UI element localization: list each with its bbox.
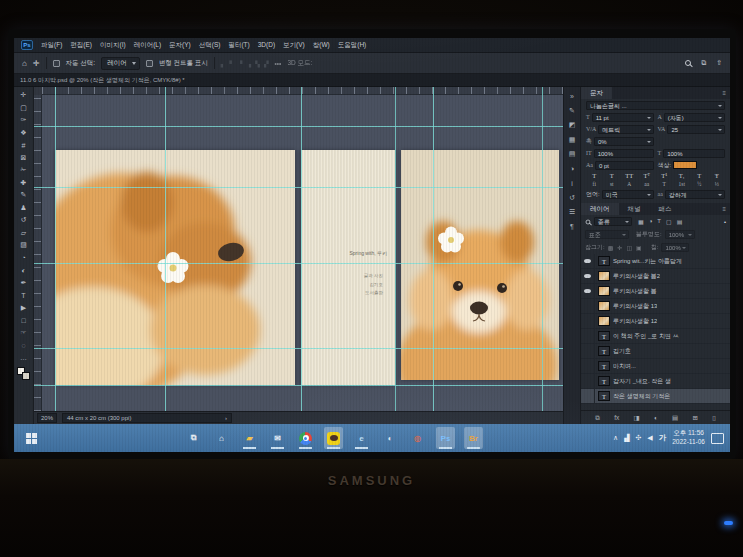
align-icon[interactable]: ▝ bbox=[238, 60, 243, 67]
link-layers-icon[interactable]: ⧉ bbox=[595, 414, 600, 422]
chrome-icon[interactable] bbox=[296, 427, 315, 449]
home-icon[interactable]: ⌂ bbox=[22, 59, 27, 68]
internet-explorer-icon[interactable]: e bbox=[352, 427, 371, 449]
font-size-field[interactable]: 11 pt bbox=[592, 113, 654, 122]
brush-tool-icon[interactable]: ✎ bbox=[16, 189, 32, 202]
dodge-tool-icon[interactable]: ◐ bbox=[16, 264, 32, 277]
ime-indicator[interactable]: 가 bbox=[659, 433, 667, 443]
brushes-panel-icon[interactable]: ✎ bbox=[569, 104, 575, 119]
info-panel-icon[interactable]: i bbox=[571, 176, 573, 191]
tab-layers[interactable]: 레이어 bbox=[581, 203, 619, 215]
tray-chevron-icon[interactable]: ∧ bbox=[613, 434, 618, 442]
layer-row[interactable]: T Spring wit...키는 아름답게 bbox=[581, 254, 730, 269]
menu-item[interactable]: 이미지(I) bbox=[100, 41, 126, 50]
type-filter-icon[interactable]: T bbox=[657, 218, 661, 225]
kakaotalk-icon[interactable] bbox=[324, 427, 343, 449]
document-tab[interactable]: 11.0 6 마지막.psd @ 20% (작은 생명체의 기적은, CMYK/… bbox=[14, 74, 730, 87]
layer-row[interactable]: T 작은 생명체의 기적은 bbox=[581, 389, 730, 404]
layer-group-icon[interactable]: ▤ bbox=[672, 414, 678, 422]
crop-tool-icon[interactable]: # bbox=[16, 139, 32, 152]
zoom-tool-icon[interactable]: ◌ bbox=[16, 339, 32, 352]
auto-select-dropdown[interactable]: 레이어 bbox=[101, 57, 140, 70]
menu-item[interactable]: 파일(F) bbox=[41, 41, 62, 50]
frame-tool-icon[interactable]: ⊠ bbox=[16, 152, 32, 165]
text-color-swatch[interactable] bbox=[673, 161, 697, 169]
align-icon[interactable]: ▖ bbox=[221, 60, 226, 67]
tab-paths[interactable]: 패스 bbox=[650, 203, 681, 215]
bridge-icon[interactable]: Br bbox=[464, 427, 483, 449]
guide[interactable] bbox=[55, 87, 56, 411]
opentype-button[interactable]: aa bbox=[639, 181, 656, 187]
swatches-panel-icon[interactable]: ▦ bbox=[569, 133, 576, 148]
guide[interactable] bbox=[542, 87, 543, 411]
marquee-tool-icon[interactable]: ▢ bbox=[16, 102, 32, 115]
guide[interactable] bbox=[34, 385, 563, 386]
guide[interactable] bbox=[34, 187, 563, 188]
share-icon[interactable]: ⇧ bbox=[716, 59, 722, 67]
search-icon[interactable] bbox=[685, 60, 691, 66]
collapse-panels-icon[interactable]: » bbox=[570, 89, 574, 104]
visibility-toggle[interactable] bbox=[581, 314, 595, 328]
menu-item[interactable]: 보기(V) bbox=[283, 41, 305, 50]
document-info-field[interactable]: 44 cm x 20 cm (300 ppi) › bbox=[62, 413, 232, 423]
tab-character[interactable]: 문자 bbox=[581, 87, 612, 99]
background-color-swatch[interactable] bbox=[22, 372, 30, 380]
smart-object-filter-icon[interactable]: ▤ bbox=[677, 218, 683, 225]
task-view-icon[interactable]: ⧉ bbox=[184, 427, 203, 449]
healing-brush-tool-icon[interactable]: ✚ bbox=[16, 177, 32, 190]
new-layer-icon[interactable]: ⊞ bbox=[692, 414, 697, 422]
lock-icon[interactable]: ▩ bbox=[608, 244, 614, 251]
history-panel-icon[interactable]: ↺ bbox=[569, 191, 575, 206]
leading-field[interactable]: (자동) bbox=[664, 113, 725, 122]
eyedropper-tool-icon[interactable]: ✁ bbox=[16, 164, 32, 177]
menu-item[interactable]: 편집(E) bbox=[70, 41, 92, 50]
text-style-button[interactable]: TT bbox=[621, 172, 638, 179]
properties-panel-icon[interactable]: ☰ bbox=[569, 205, 575, 220]
path-select-tool-icon[interactable]: ▶ bbox=[16, 302, 32, 315]
whale-browser-icon[interactable]: ◖ bbox=[380, 427, 399, 449]
opacity-field[interactable]: 100% bbox=[665, 230, 695, 239]
panel-menu-icon[interactable]: ≡ bbox=[718, 87, 730, 99]
layer-row[interactable]: 루키의사생활 12 bbox=[581, 314, 730, 329]
layer-row[interactable]: T 이 책의 주인 _로 치면 ㅆ bbox=[581, 329, 730, 344]
font-family-dropdown[interactable]: 나눔손글씨 ... bbox=[586, 101, 725, 110]
delete-layer-icon[interactable]: ▯ bbox=[712, 414, 716, 422]
text-style-button[interactable]: Tᵀ bbox=[639, 172, 656, 179]
menu-item[interactable]: 3D(D) bbox=[258, 41, 275, 50]
tsume-field[interactable]: 0% bbox=[594, 137, 654, 146]
settings-tray-icon[interactable]: ✣ bbox=[635, 434, 641, 442]
visibility-toggle[interactable] bbox=[581, 254, 595, 268]
visibility-toggle[interactable] bbox=[581, 329, 595, 343]
visibility-toggle[interactable] bbox=[581, 359, 595, 373]
swirl-app-icon[interactable]: ◎ bbox=[408, 427, 427, 449]
layers-panel-menu-icon[interactable]: ≡ bbox=[718, 203, 730, 215]
text-style-button[interactable]: T₁ bbox=[674, 172, 691, 179]
antialias-dropdown[interactable]: 강하게 bbox=[665, 190, 725, 199]
action-center-icon[interactable] bbox=[711, 433, 724, 444]
guide[interactable] bbox=[34, 348, 563, 349]
lasso-tool-icon[interactable]: ✑ bbox=[16, 114, 32, 127]
auto-select-checkbox[interactable] bbox=[53, 60, 60, 67]
shape-tool-icon[interactable]: □ bbox=[16, 314, 32, 327]
pen-tool-icon[interactable]: ✒ bbox=[16, 277, 32, 290]
adjustment-filter-icon[interactable]: ◑ bbox=[649, 218, 653, 225]
visibility-toggle[interactable] bbox=[581, 269, 595, 283]
align-icon[interactable]: ▞ bbox=[264, 60, 269, 67]
guide[interactable] bbox=[433, 87, 434, 411]
text-style-button[interactable]: Ŧ bbox=[709, 172, 726, 179]
layer-row[interactable]: 루키의사생활 봄2 bbox=[581, 269, 730, 284]
layer-row[interactable]: 루키의사생활 13 bbox=[581, 299, 730, 314]
opentype-button[interactable]: fi bbox=[586, 181, 603, 187]
adjustment-layer-icon[interactable]: ◐ bbox=[654, 414, 658, 421]
layer-row[interactable]: T 김기호 bbox=[581, 344, 730, 359]
lock-icon[interactable]: ◫ bbox=[626, 244, 632, 251]
opentype-button[interactable]: st bbox=[604, 181, 621, 187]
color-panel-icon[interactable]: ◩ bbox=[569, 118, 576, 133]
volume-icon[interactable]: ◀ bbox=[647, 434, 652, 442]
filter-toggle-icon[interactable]: • bbox=[724, 219, 726, 225]
visibility-toggle[interactable] bbox=[581, 344, 595, 358]
lock-icon[interactable]: ✛ bbox=[617, 244, 622, 251]
horizontal-scale-field[interactable]: 100% bbox=[663, 149, 725, 158]
shape-filter-icon[interactable]: ▢ bbox=[666, 218, 672, 225]
menu-item[interactable]: 선택(S) bbox=[199, 41, 221, 50]
